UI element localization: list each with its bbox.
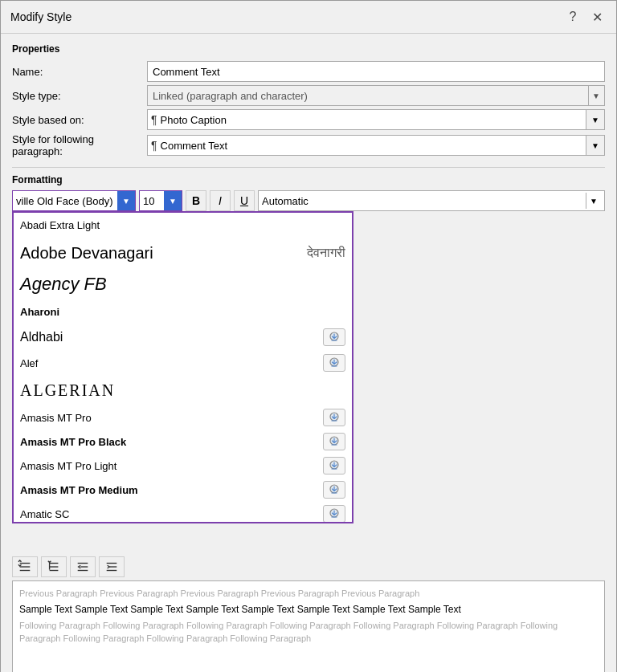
style-para-wrap: ¶ Comment Text ▼ (147, 133, 605, 157)
formatting-row1: ▼ ▼ B I U Automatic ▼ Abadi Extr (12, 190, 605, 211)
font-name-aldhabi: Aldhabi (20, 330, 63, 344)
font-list-scroll[interactable]: Abadi Extra Light Adobe Devanagari देवना… (14, 213, 352, 522)
font-name-adobe: Adobe Devanagari (20, 244, 153, 263)
download-icon-amasis-light[interactable] (323, 457, 345, 474)
style-based-arrow-icon: ▼ (586, 110, 604, 129)
style-based-label: Style based on: (12, 109, 141, 130)
style-based-value: Photo Caption (161, 114, 586, 126)
font-name-amasis-black: Amasis MT Pro Black (20, 436, 126, 448)
download-icon-alef[interactable] (323, 354, 345, 372)
font-name-amasis: Amasis MT Pro (20, 412, 92, 424)
font-name-algerian: ALGERIAN (20, 381, 115, 400)
preview-prev-para: Previous Paragraph Previous Paragraph Pr… (19, 588, 598, 600)
style-based-field[interactable]: ¶ Photo Caption ▼ (147, 109, 605, 130)
font-name-alef: Alef (20, 357, 38, 369)
style-type-select[interactable]: Linked (paragraph and character) (147, 85, 605, 106)
font-item-amatic[interactable]: Amatic SC (14, 502, 352, 522)
font-item-aldhabi[interactable]: Aldhabi (14, 324, 352, 351)
font-item-agency[interactable]: Agency FB (14, 269, 352, 299)
divider1 (12, 167, 605, 168)
font-item-amasis-medium[interactable]: Amasis MT Pro Medium (14, 478, 352, 502)
download-icon-amatic[interactable] (323, 505, 345, 522)
style-based-wrap: ¶ Photo Caption ▼ (147, 109, 605, 130)
italic-button[interactable]: I (210, 190, 231, 211)
line-spacing-btn[interactable] (12, 556, 38, 577)
font-size-dropdown-btn[interactable]: ▼ (164, 191, 182, 210)
name-label: Name: (12, 61, 141, 82)
increase-indent-btn[interactable] (99, 556, 125, 577)
bold-button[interactable]: B (186, 190, 206, 211)
font-item-alef[interactable]: Alef (14, 351, 352, 375)
modify-style-dialog: Modify Style ? ✕ Properties Name: Style … (0, 0, 617, 672)
download-icon-amasis[interactable] (323, 409, 345, 426)
title-icons: ? ✕ (563, 7, 607, 26)
font-dropdown-list: Abadi Extra Light Adobe Devanagari देवना… (12, 211, 353, 523)
underline-button[interactable]: U (234, 190, 255, 211)
download-icon-aldhabi[interactable] (323, 328, 345, 346)
font-item-abadi[interactable]: Abadi Extra Light (14, 213, 352, 237)
para-icon2: ¶ (151, 139, 157, 152)
properties-grid: Name: Style type: Linked (paragraph and … (12, 61, 605, 157)
font-size-input[interactable] (140, 193, 164, 209)
preview-area: Previous Paragraph Previous Paragraph Pr… (12, 580, 605, 672)
font-name-amasis-light: Amasis MT Pro Light (20, 460, 116, 472)
preview-sample: Sample Text Sample Text Sample Text Samp… (19, 603, 598, 617)
para-spacing-btn[interactable] (41, 556, 67, 577)
style-type-label: Style type: (12, 85, 141, 106)
close-button[interactable]: ✕ (587, 7, 607, 26)
properties-label: Properties (12, 43, 605, 55)
style-para-field[interactable]: ¶ Comment Text ▼ (147, 135, 605, 156)
font-name-dropdown-btn[interactable]: ▼ (117, 191, 135, 210)
font-item-algerian[interactable]: ALGERIAN (14, 375, 352, 405)
font-item-amasis-light[interactable]: Amasis MT Pro Light (14, 454, 352, 478)
font-color-box[interactable]: Automatic ▼ (258, 190, 605, 211)
para-icon: ¶ (151, 113, 157, 126)
font-name-aharoni: Aharoni (20, 306, 59, 318)
font-color-dropdown-btn[interactable]: ▼ (586, 193, 601, 209)
font-preview-devanagari: देवनागरी (307, 246, 345, 260)
title-bar: Modify Style ? ✕ (1, 1, 616, 34)
dialog-title: Modify Style (10, 10, 72, 23)
dialog-body: Properties Name: Style type: Linked (par… (1, 34, 616, 672)
font-name-abadi: Abadi Extra Light (20, 219, 100, 231)
style-type-wrap: Linked (paragraph and character) ▼ (147, 85, 605, 106)
name-input[interactable] (147, 61, 605, 82)
style-para-arrow-icon: ▼ (586, 136, 604, 155)
font-item-adobe[interactable]: Adobe Devanagari देवनागरी (14, 237, 352, 269)
font-item-aharoni[interactable]: Aharoni (14, 299, 352, 324)
font-name-box[interactable]: ▼ (12, 190, 136, 211)
font-name-input[interactable] (13, 193, 117, 209)
download-icon-amasis-medium[interactable] (323, 481, 345, 499)
style-para-label: Style for following paragraph: (12, 133, 141, 157)
font-name-amatic: Amatic SC (20, 508, 69, 520)
font-item-amasis[interactable]: Amasis MT Pro (14, 405, 352, 430)
font-size-box[interactable]: ▼ (139, 190, 182, 211)
preview-next-para: Following Paragraph Following Paragraph … (19, 620, 598, 645)
font-name-agency: Agency FB (20, 274, 107, 295)
download-icon-amasis-black[interactable] (323, 433, 345, 450)
font-name-amasis-medium: Amasis MT Pro Medium (20, 484, 138, 496)
formatting-label: Formatting (12, 174, 605, 185)
help-button[interactable]: ? (563, 7, 582, 26)
style-para-value: Comment Text (161, 140, 586, 152)
font-color-value: Automatic (262, 195, 582, 207)
formatting-row2 (12, 556, 605, 577)
font-item-amasis-black[interactable]: Amasis MT Pro Black (14, 430, 352, 454)
decrease-indent-btn[interactable] (70, 556, 96, 577)
